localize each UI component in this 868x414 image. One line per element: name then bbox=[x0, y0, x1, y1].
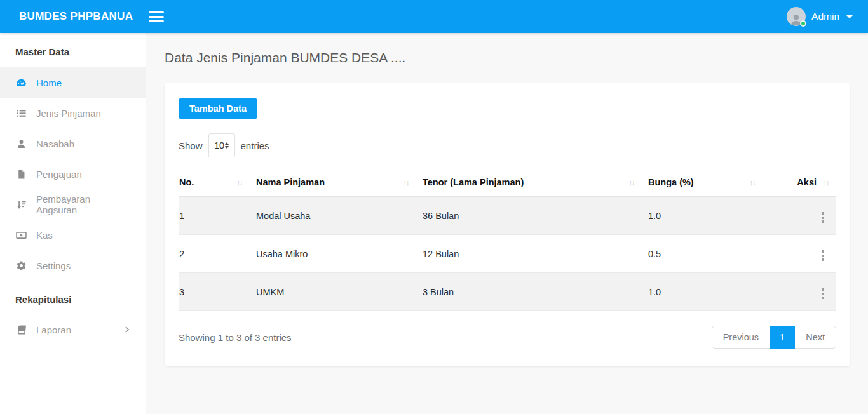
kebab-menu-icon[interactable] bbox=[818, 286, 827, 301]
table-header-row: No.↑↓ Nama Pinjaman↑↓ Tenor (Lama Pinjam… bbox=[179, 168, 836, 197]
sort-amount-icon bbox=[15, 199, 27, 210]
cell-tenor: 3 Bulan bbox=[416, 273, 642, 311]
user-name: Admin bbox=[811, 11, 839, 22]
column-header-aksi[interactable]: Aksi↑↓ bbox=[763, 168, 836, 197]
cell-tenor: 12 Bulan bbox=[416, 235, 642, 273]
tachometer-icon bbox=[15, 77, 27, 88]
sidebar: Master Data Home Jenis Pinjaman Nasabah bbox=[0, 33, 146, 414]
next-page-button[interactable]: Next bbox=[794, 326, 836, 349]
sidebar-item-label: Home bbox=[36, 77, 62, 88]
list-icon bbox=[15, 107, 27, 119]
column-header-bunga[interactable]: Bunga (%)↑↓ bbox=[642, 168, 763, 197]
cell-no: 2 bbox=[179, 235, 250, 273]
sidebar-item-label: Kas bbox=[36, 230, 53, 241]
sidebar-item-laporan[interactable]: Laporan bbox=[0, 314, 146, 345]
top-navbar: BUMDES PHPBANUA Admin bbox=[0, 0, 868, 33]
caret-down-icon bbox=[846, 15, 853, 18]
content-card: Tambah Data Show 10 entries No.↑↓ N bbox=[165, 83, 850, 366]
sort-icon: ↑↓ bbox=[236, 178, 243, 187]
jenis-pinjaman-table: No.↑↓ Nama Pinjaman↑↓ Tenor (Lama Pinjam… bbox=[179, 168, 836, 311]
show-label: Show bbox=[179, 140, 203, 151]
user-icon bbox=[15, 138, 27, 149]
sidebar-item-pembayaran-angsuran[interactable]: Pembayaran Angsuran bbox=[0, 189, 146, 220]
sidebar-item-pengajuan[interactable]: Pengajuan bbox=[0, 159, 146, 189]
sidebar-item-label: Jenis Pinjaman bbox=[36, 108, 101, 119]
money-bill-icon bbox=[15, 229, 27, 241]
cell-nama: UMKM bbox=[250, 273, 416, 311]
cell-bunga: 1.0 bbox=[642, 273, 763, 311]
table-row: 2 Usaha Mikro 12 Bulan 0.5 bbox=[179, 235, 836, 273]
sidebar-item-label: Nasabah bbox=[36, 138, 74, 149]
page-title: Data Jenis Pinjaman BUMDES DESA .... bbox=[165, 50, 850, 65]
tambah-data-button[interactable]: Tambah Data bbox=[179, 98, 257, 119]
sort-icon: ↑↓ bbox=[823, 178, 830, 187]
file-icon bbox=[15, 168, 27, 180]
table-row: 1 Modal Usaha 36 Bulan 1.0 bbox=[179, 197, 836, 235]
column-header-no[interactable]: No.↑↓ bbox=[179, 168, 250, 197]
column-header-nama-pinjaman[interactable]: Nama Pinjaman↑↓ bbox=[250, 168, 416, 197]
column-header-tenor[interactable]: Tenor (Lama Pinjaman)↑↓ bbox=[416, 168, 642, 197]
cell-no: 1 bbox=[179, 197, 250, 235]
sidebar-heading-master-data: Master Data bbox=[0, 33, 146, 67]
entries-label: entries bbox=[241, 140, 269, 151]
cell-nama: Usaha Mikro bbox=[250, 235, 416, 273]
sidebar-item-kas[interactable]: Kas bbox=[0, 220, 146, 250]
main-content: Data Jenis Pinjaman BUMDES DESA .... Tam… bbox=[146, 33, 868, 414]
sort-icon: ↑↓ bbox=[403, 178, 410, 187]
sidebar-item-settings[interactable]: Settings bbox=[0, 250, 146, 281]
table-info: Showing 1 to 3 of 3 entries bbox=[179, 332, 292, 343]
sidebar-heading-rekapitulasi: Rekapitulasi bbox=[0, 281, 146, 314]
sort-icon: ↑↓ bbox=[628, 178, 635, 187]
page-1-button[interactable]: 1 bbox=[770, 326, 795, 349]
page-size-select[interactable]: 10 bbox=[208, 133, 235, 157]
gear-icon bbox=[15, 260, 27, 271]
show-entries-control: Show 10 entries bbox=[179, 133, 836, 157]
page-size-value: 10 bbox=[214, 140, 224, 150]
user-menu[interactable]: Admin bbox=[787, 7, 853, 26]
cell-no: 3 bbox=[179, 273, 250, 311]
hamburger-icon[interactable] bbox=[149, 11, 164, 22]
online-status-dot bbox=[800, 20, 806, 27]
table-row: 3 UMKM 3 Bulan 1.0 bbox=[179, 273, 836, 311]
sidebar-item-nasabah[interactable]: Nasabah bbox=[0, 128, 146, 159]
sort-icon: ↑↓ bbox=[749, 178, 756, 187]
chevron-right-icon bbox=[123, 325, 132, 334]
sidebar-item-home[interactable]: Home bbox=[0, 67, 146, 98]
cell-bunga: 1.0 bbox=[642, 197, 763, 235]
sidebar-item-label: Pembayaran Angsuran bbox=[36, 194, 132, 215]
cell-bunga: 0.5 bbox=[642, 235, 763, 273]
table-footer: Showing 1 to 3 of 3 entries Previous 1 N… bbox=[179, 326, 836, 349]
kebab-menu-icon[interactable] bbox=[818, 210, 827, 225]
pagination: Previous 1 Next bbox=[712, 326, 836, 349]
avatar bbox=[787, 7, 806, 26]
sidebar-item-label: Pengajuan bbox=[36, 169, 82, 180]
sidebar-item-label: Laporan bbox=[36, 324, 71, 335]
cell-nama: Modal Usaha bbox=[250, 197, 416, 235]
sidebar-item-jenis-pinjaman[interactable]: Jenis Pinjaman bbox=[0, 98, 146, 128]
sidebar-item-label: Settings bbox=[36, 260, 71, 271]
brand-title[interactable]: BUMDES PHPBANUA bbox=[19, 10, 149, 23]
previous-page-button[interactable]: Previous bbox=[712, 326, 770, 349]
book-icon bbox=[15, 324, 27, 335]
cell-tenor: 36 Bulan bbox=[416, 197, 642, 235]
select-arrows-icon bbox=[225, 142, 229, 149]
kebab-menu-icon[interactable] bbox=[818, 248, 827, 263]
